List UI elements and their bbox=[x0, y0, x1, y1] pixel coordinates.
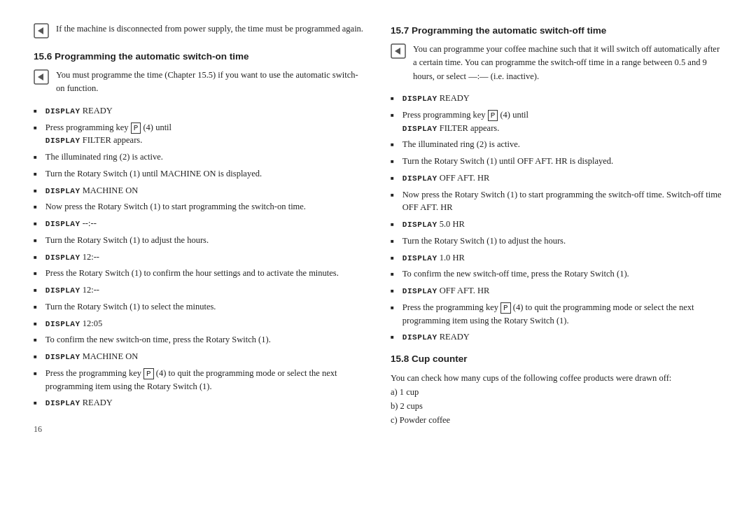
left-info-text: You must programme the time (Chapter 15.… bbox=[56, 69, 365, 96]
list-item: Press the Rotary Switch (1) to confirm t… bbox=[34, 267, 365, 280]
cup-counter-heading: 15.8 Cup counter bbox=[391, 354, 722, 364]
display-label: DISPLAY bbox=[46, 253, 80, 262]
display-label: DISPLAY bbox=[46, 220, 80, 228]
key-p: P bbox=[500, 302, 511, 314]
page-number: 16 bbox=[34, 413, 365, 435]
right-info-block: You can programme your coffee machine su… bbox=[391, 43, 722, 83]
svg-marker-3 bbox=[38, 74, 43, 80]
list-item: DISPLAY --:-- bbox=[34, 217, 365, 230]
list-item: DISPLAY READY bbox=[34, 396, 365, 410]
list-item: DISPLAY 12:05 bbox=[34, 317, 365, 330]
list-item: The illuminated ring (2) is active. bbox=[34, 150, 365, 164]
list-item: Turn the Rotary Switch (1) to adjust the… bbox=[391, 234, 722, 248]
display-label: DISPLAY bbox=[402, 174, 438, 183]
display-label: DISPLAY bbox=[402, 125, 438, 133]
list-item: Press programming key P (4) untilDISPLAY… bbox=[391, 108, 722, 135]
arrow-icon-left bbox=[34, 69, 49, 85]
list-item: DISPLAY 12:-- bbox=[34, 284, 365, 297]
display-label: DISPLAY bbox=[402, 333, 438, 342]
list-item: Now press the Rotary Switch (1) to start… bbox=[391, 188, 722, 215]
display-label: DISPLAY bbox=[46, 107, 80, 115]
list-item: DISPLAY OFF AFT. HR bbox=[391, 172, 722, 185]
right-info-text: You can programme your coffee machine su… bbox=[413, 43, 722, 83]
list-item: Turn the Rotary Switch (1) until MACHINE… bbox=[34, 167, 365, 181]
display-label: DISPLAY bbox=[402, 287, 438, 295]
list-item: Turn the Rotary Switch (1) to select the… bbox=[34, 300, 365, 314]
left-info-block: You must programme the time (Chapter 15.… bbox=[34, 69, 365, 96]
list-item: DISPLAY OFF AFT. HR bbox=[391, 284, 722, 298]
arrow-icon-right bbox=[391, 43, 406, 59]
list-item: Now press the Rotary Switch (1) to start… bbox=[34, 200, 365, 214]
list-item: Press the programming key P (4) to quit … bbox=[391, 301, 722, 328]
display-label: DISPLAY bbox=[46, 353, 80, 361]
cup-counter-text: You can check how many cups of the follo… bbox=[391, 373, 671, 425]
display-label: DISPLAY bbox=[402, 94, 438, 103]
display-label: DISPLAY bbox=[46, 136, 80, 145]
display-label: DISPLAY bbox=[402, 220, 438, 229]
section-left-heading: 15.6 Programming the automatic switch-on… bbox=[34, 51, 365, 62]
cup-counter-body: You can check how many cups of the follo… bbox=[391, 371, 722, 427]
list-item: DISPLAY READY bbox=[391, 92, 722, 105]
svg-marker-5 bbox=[395, 48, 400, 55]
list-item: DISPLAY MACHINE ON bbox=[34, 184, 365, 197]
svg-marker-1 bbox=[38, 27, 43, 34]
key-p: P bbox=[131, 122, 141, 134]
right-steps-list: DISPLAY READY Press programming key P (4… bbox=[391, 92, 722, 344]
display-label: DISPLAY bbox=[46, 320, 80, 328]
list-item: DISPLAY READY bbox=[34, 104, 365, 118]
display-label: DISPLAY bbox=[402, 254, 438, 262]
list-item: To confirm the new switch-off time, pres… bbox=[391, 267, 722, 281]
list-item: DISPLAY 1.0 HR bbox=[391, 251, 722, 265]
key-p: P bbox=[144, 368, 154, 379]
display-label: DISPLAY bbox=[46, 286, 80, 295]
right-column: 15.7 Programming the automatic switch-of… bbox=[391, 22, 722, 512]
list-item: DISPLAY READY bbox=[391, 330, 722, 344]
page: If the machine is disconnected from powe… bbox=[0, 0, 756, 532]
list-item: To confirm the new switch-on time, press… bbox=[34, 333, 365, 346]
cup-counter-section: 15.8 Cup counter You can check how many … bbox=[391, 354, 722, 427]
list-item: The illuminated ring (2) is active. bbox=[391, 138, 722, 151]
list-item: Press programming key P (4) untilDISPLAY… bbox=[34, 121, 365, 148]
list-item: Press the programming key P (4) to quit … bbox=[34, 367, 365, 393]
top-note-block: If the machine is disconnected from powe… bbox=[34, 22, 365, 38]
left-steps-list: DISPLAY READY Press programming key P (4… bbox=[34, 104, 365, 410]
key-p: P bbox=[488, 110, 498, 121]
arrow-icon bbox=[34, 23, 49, 38]
list-item: Turn the Rotary Switch (1) until OFF AFT… bbox=[391, 155, 722, 168]
display-label: DISPLAY bbox=[46, 399, 80, 407]
list-item: DISPLAY 12:-- bbox=[34, 251, 365, 264]
display-label: DISPLAY bbox=[46, 187, 80, 195]
section-right-heading: 15.7 Programming the automatic switch-of… bbox=[391, 25, 722, 36]
top-note-text: If the machine is disconnected from powe… bbox=[56, 22, 363, 36]
list-item: Turn the Rotary Switch (1) to adjust the… bbox=[34, 234, 365, 247]
left-column: If the machine is disconnected from powe… bbox=[34, 22, 365, 512]
list-item: DISPLAY 5.0 HR bbox=[391, 218, 722, 231]
list-item: DISPLAY MACHINE ON bbox=[34, 350, 365, 363]
